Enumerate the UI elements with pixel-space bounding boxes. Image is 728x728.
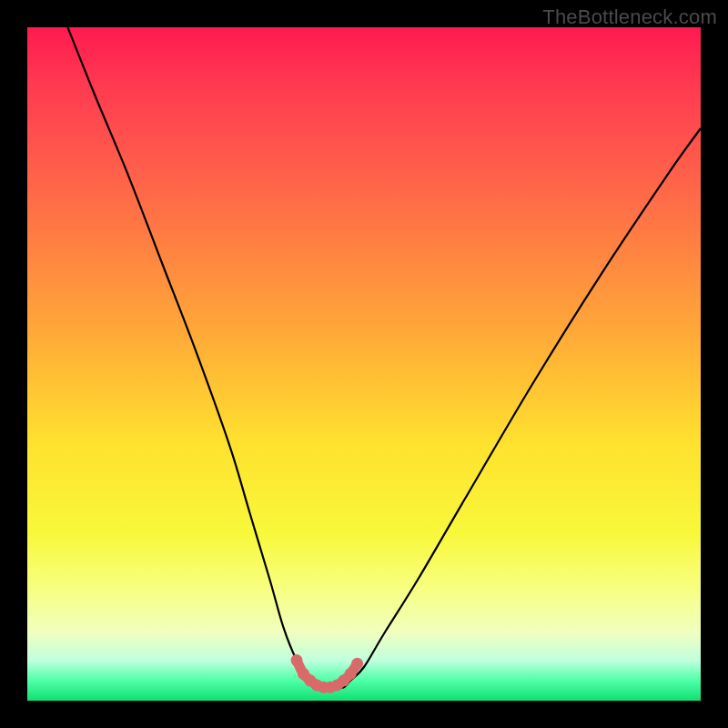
valley-marker-dot	[291, 654, 303, 666]
watermark-text: TheBottleneck.com	[542, 5, 717, 29]
plot-area	[27, 27, 701, 701]
bottleneck-curve	[67, 27, 701, 688]
valley-marker-dot	[345, 668, 357, 680]
chart-svg	[27, 27, 701, 701]
valley-marker-dots	[291, 654, 364, 693]
valley-marker-dot	[351, 658, 363, 670]
